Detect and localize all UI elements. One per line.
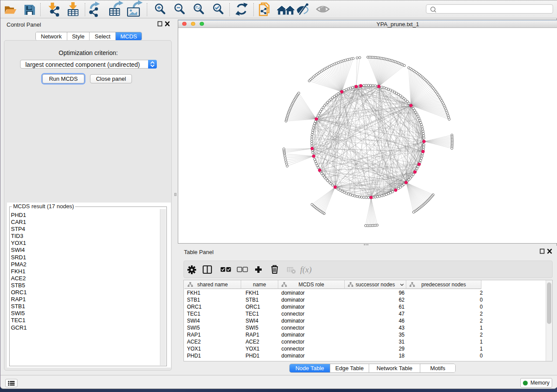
- svg-text:f(x): f(x): [300, 265, 311, 275]
